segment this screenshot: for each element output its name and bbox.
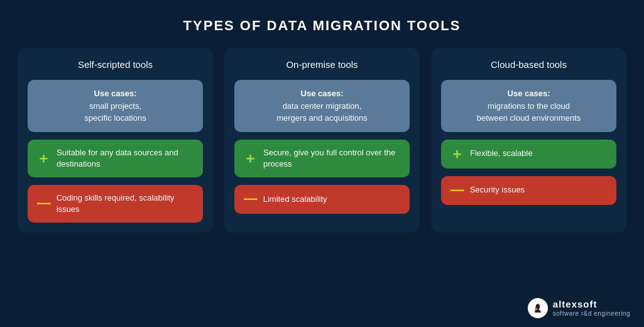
card-on-premise: On-premise tools Use cases:data center m… — [224, 48, 420, 233]
minus-icon-cloud-based: −− — [450, 184, 464, 197]
brand-text: altexsoft software r&d engineering — [553, 299, 630, 318]
pro-text-self-scripted: Suitable for any data sources and destin… — [57, 147, 194, 170]
con-box-on-premise: −− Limited scalability — [234, 185, 410, 214]
card-title-cloud-based: Cloud-based tools — [441, 59, 616, 70]
use-cases-label-on-premise: Use cases: — [301, 89, 344, 98]
use-cases-box-cloud-based: Use cases:migrations to the cloudbetween… — [441, 80, 616, 132]
use-cases-label-self-scripted: Use cases: — [94, 89, 137, 98]
con-box-cloud-based: −− Security issues — [441, 176, 616, 205]
minus-icon-on-premise: −− — [243, 192, 257, 206]
minus-icon-self-scripted: −− — [36, 197, 50, 211]
con-box-self-scripted: −− Coding skills required, scalability i… — [28, 185, 203, 223]
pro-box-self-scripted: ＋ Suitable for any data sources and dest… — [28, 140, 203, 177]
svg-text:a: a — [535, 305, 538, 312]
card-self-scripted: Self-scripted tools Use cases:small proj… — [18, 48, 213, 233]
use-cases-label-cloud-based: Use cases: — [508, 89, 550, 98]
con-text-cloud-based: Security issues — [470, 184, 525, 196]
cards-container: Self-scripted tools Use cases:small proj… — [0, 48, 644, 233]
pro-box-cloud-based: ＋ Flexible, scalable — [441, 140, 616, 169]
page-title: TYPES OF DATA MIGRATION TOOLS — [183, 18, 461, 34]
pro-text-on-premise: Secure, give you full control over the p… — [263, 147, 401, 170]
con-text-on-premise: Limited scalability — [263, 194, 327, 205]
card-title-self-scripted: Self-scripted tools — [28, 59, 203, 70]
use-cases-box-self-scripted: Use cases:small projects,specific locati… — [28, 80, 203, 132]
brand-logo-icon: a — [528, 298, 548, 318]
brand-name: altexsoft — [553, 299, 630, 310]
branding: a altexsoft software r&d engineering — [528, 298, 630, 318]
card-cloud-based: Cloud-based tools Use cases:migrations t… — [431, 48, 626, 233]
con-text-self-scripted: Coding skills required, scalability issu… — [57, 192, 194, 215]
card-title-on-premise: On-premise tools — [234, 59, 410, 70]
use-cases-box-on-premise: Use cases:data center migration,mergers … — [234, 80, 410, 132]
plus-icon-on-premise: ＋ — [243, 152, 257, 165]
pro-text-cloud-based: Flexible, scalable — [470, 148, 533, 159]
pro-box-on-premise: ＋ Secure, give you full control over the… — [234, 140, 410, 177]
plus-icon-cloud-based: ＋ — [450, 147, 464, 161]
brand-subtitle: software r&d engineering — [553, 310, 630, 318]
plus-icon-self-scripted: ＋ — [36, 152, 50, 165]
